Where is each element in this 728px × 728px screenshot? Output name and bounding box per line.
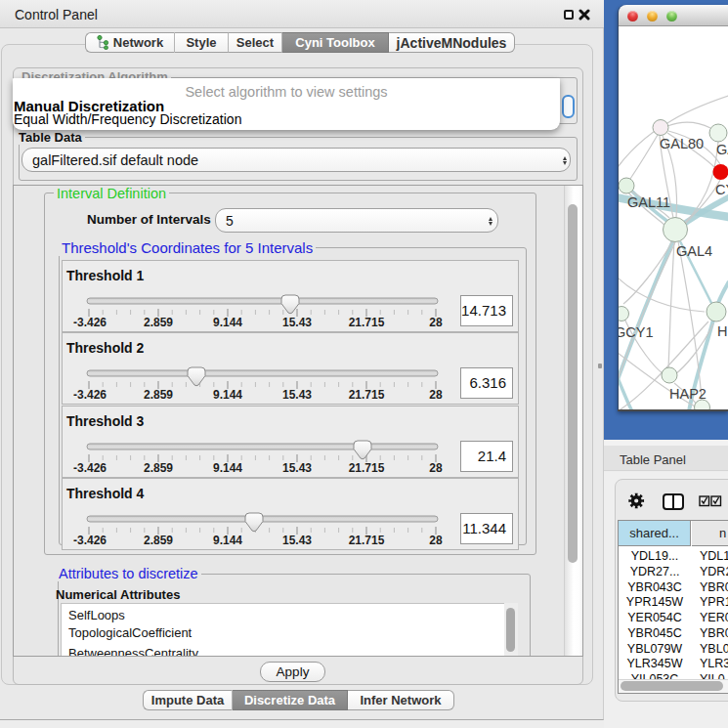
svg-text:HAP2: HAP2 — [669, 386, 707, 402]
svg-text:GCY1: GCY1 — [619, 324, 654, 340]
svg-text:GAL4: GAL4 — [676, 243, 712, 259]
svg-text:H: H — [717, 323, 727, 339]
svg-text:GAL11: GAL11 — [627, 194, 670, 210]
svg-text:GAL80: GAL80 — [660, 136, 704, 151]
svg-text:GA: GA — [716, 142, 728, 157]
svg-text:CY: CY — [715, 182, 728, 197]
